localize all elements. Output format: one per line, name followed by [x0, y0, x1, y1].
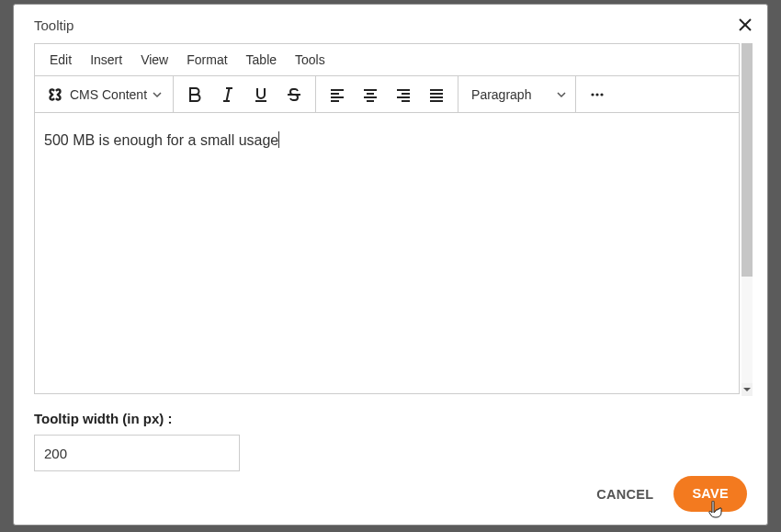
scrollbar[interactable]	[741, 43, 753, 396]
menu-insert[interactable]: Insert	[81, 47, 131, 73]
menu-edit[interactable]: Edit	[40, 47, 81, 73]
chevron-down-icon	[743, 386, 751, 393]
strikethrough-button[interactable]	[278, 79, 310, 110]
menu-format[interactable]: Format	[177, 47, 236, 73]
editor-text: 500 MB is enough for a small usage	[44, 132, 279, 148]
joomla-icon	[46, 85, 64, 104]
bold-button[interactable]	[179, 79, 210, 110]
italic-icon	[220, 86, 236, 103]
save-button[interactable]: SAVE	[673, 476, 747, 512]
align-center-button[interactable]	[355, 79, 386, 110]
pointer-cursor-icon	[708, 501, 725, 521]
scrollbar-down-arrow[interactable]	[741, 383, 753, 396]
tooltip-width-label: Tooltip width (in px) :	[34, 411, 767, 426]
toolbar-group-align	[316, 76, 458, 112]
align-left-icon	[329, 86, 345, 103]
align-right-button[interactable]	[388, 79, 419, 110]
ellipsis-icon	[589, 86, 606, 103]
tooltip-width-section: Tooltip width (in px) :	[34, 411, 767, 471]
toolbar-group-overflow	[576, 76, 618, 112]
chevron-down-icon	[153, 90, 162, 99]
scrollbar-thumb[interactable]	[741, 43, 753, 277]
bold-icon	[187, 86, 203, 103]
align-left-button[interactable]	[322, 79, 353, 110]
modal-footer: CANCEL SAVE	[596, 476, 747, 512]
menu-tools[interactable]: Tools	[286, 47, 334, 73]
italic-button[interactable]	[212, 79, 243, 110]
svg-marker-2	[743, 388, 751, 391]
save-button-label: SAVE	[692, 486, 729, 501]
chevron-down-icon	[557, 90, 566, 99]
editor-container: Edit Insert View Format Table Tools	[34, 43, 740, 394]
align-justify-icon	[428, 86, 445, 103]
tooltip-modal: Tooltip Edit Insert View Format Table To…	[13, 4, 768, 526]
underline-icon	[253, 86, 269, 103]
close-icon	[738, 17, 753, 32]
menu-table[interactable]: Table	[237, 47, 286, 73]
svg-line-5	[227, 88, 230, 101]
align-right-icon	[395, 86, 412, 103]
cancel-button[interactable]: CANCEL	[596, 487, 653, 502]
close-button[interactable]	[734, 14, 756, 36]
toolbar-group-cms: CMS Content	[35, 76, 174, 112]
more-button[interactable]	[582, 79, 613, 110]
modal-title: Tooltip	[34, 17, 74, 33]
svg-point-25	[595, 93, 598, 96]
block-format-label: Paragraph	[471, 87, 531, 102]
cms-content-dropdown[interactable]: CMS Content	[40, 79, 167, 110]
tooltip-width-input[interactable]	[34, 435, 240, 471]
align-center-icon	[362, 86, 379, 103]
toolbar-group-text-style	[174, 76, 316, 112]
underline-button[interactable]	[245, 79, 277, 110]
align-justify-button[interactable]	[421, 79, 452, 110]
block-format-select[interactable]: Paragraph	[458, 76, 576, 112]
svg-point-26	[600, 93, 603, 96]
modal-header: Tooltip	[14, 5, 767, 43]
editor-menubar: Edit Insert View Format Table Tools	[34, 43, 740, 76]
editor-content-area[interactable]: 500 MB is enough for a small usage	[34, 113, 740, 394]
menu-view[interactable]: View	[131, 47, 177, 73]
editor-toolbar: CMS Content	[34, 76, 740, 113]
svg-point-24	[591, 93, 594, 96]
strikethrough-icon	[286, 86, 302, 103]
cms-content-label: CMS Content	[70, 87, 147, 102]
